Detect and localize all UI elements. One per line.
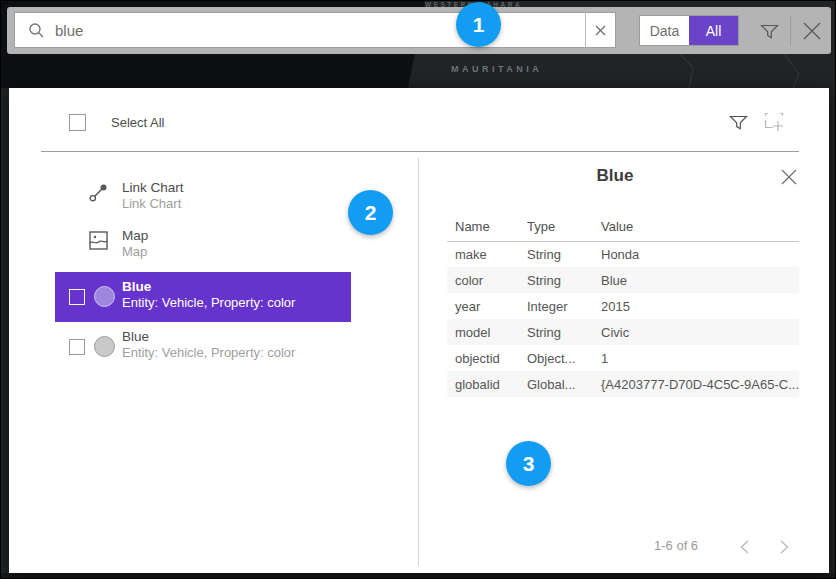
link-chart-icon: [88, 182, 109, 207]
select-all-checkbox[interactable]: [69, 114, 86, 131]
cell-value: Civic: [593, 319, 799, 345]
result-subtitle: Entity: Vehicle, Property: color: [122, 295, 351, 311]
cell-value: Honda: [593, 241, 799, 267]
column-divider: [418, 158, 419, 566]
funnel-icon: [728, 112, 749, 133]
previous-page-button[interactable]: [732, 535, 756, 559]
table-header-row: Name Type Value: [447, 219, 799, 241]
cell-name: color: [447, 267, 519, 293]
cell-value: {A4203777-D70D-4C5C-9A65-C...: [593, 371, 799, 397]
attribute-table: Name Type Value make String Honda color …: [447, 219, 799, 397]
app-window: WESTERN SAHARA MAURITANIA Data All Selec…: [0, 0, 836, 579]
cell-name: make: [447, 241, 519, 267]
result-title: Blue: [122, 329, 351, 345]
cell-type: Integer: [519, 293, 593, 319]
map-icon: [88, 230, 109, 255]
search-results-panel: Select All Link Chart Link Chart Map: [9, 88, 829, 573]
search-box[interactable]: [14, 12, 616, 48]
funnel-icon: [759, 21, 780, 42]
add-to-selection-icon: [763, 111, 785, 133]
result-item-blue-selected[interactable]: Blue Entity: Vehicle, Property: color: [55, 272, 351, 322]
clear-search-button[interactable]: [585, 12, 615, 48]
detail-close-button[interactable]: [778, 166, 800, 188]
detail-title: Blue: [418, 166, 812, 186]
filter-button[interactable]: [755, 17, 783, 45]
results-filter-button[interactable]: [725, 109, 751, 135]
callout-badge-2: 2: [348, 190, 393, 235]
cell-value: 1: [593, 345, 799, 371]
search-icon: [28, 22, 45, 39]
result-checkbox[interactable]: [69, 289, 85, 305]
callout-badge-1: 1: [456, 2, 501, 47]
table-row: make String Honda: [447, 241, 799, 267]
clear-icon: [595, 25, 606, 36]
cell-type: String: [519, 319, 593, 345]
cell-type: Global...: [519, 371, 593, 397]
next-page-button[interactable]: [772, 535, 796, 559]
result-subtitle: Link Chart: [122, 196, 351, 212]
close-icon: [802, 21, 822, 41]
pagination-label: 1-6 of 6: [654, 538, 698, 553]
result-title: Blue: [122, 279, 351, 295]
add-to-selection-button[interactable]: [761, 109, 787, 135]
table-row: globalid Global... {A4203777-D70D-4C5C-9…: [447, 371, 799, 397]
result-item-link-chart[interactable]: Link Chart Link Chart: [55, 180, 351, 214]
result-item-map[interactable]: Map Map: [55, 228, 351, 262]
column-header-value: Value: [593, 219, 799, 241]
cell-type: Object...: [519, 345, 593, 371]
entity-circle-icon: [94, 286, 115, 307]
entity-circle-icon: [94, 336, 115, 357]
result-item-blue[interactable]: Blue Entity: Vehicle, Property: color: [55, 329, 351, 365]
toggle-all-option[interactable]: All: [689, 16, 738, 45]
cell-type: String: [519, 267, 593, 293]
table-row: year Integer 2015: [447, 293, 799, 319]
toggle-data-option[interactable]: Data: [640, 16, 689, 45]
cell-name: globalid: [447, 371, 519, 397]
cell-value: 2015: [593, 293, 799, 319]
map-label-mauritania: MAURITANIA: [451, 64, 542, 74]
pagination: 1-6 of 6: [418, 534, 812, 558]
chevron-left-icon: [740, 540, 749, 554]
callout-badge-3: 3: [506, 441, 551, 486]
header-divider: [41, 151, 799, 152]
cell-name: year: [447, 293, 519, 319]
toolbar-divider: [790, 16, 791, 46]
search-input[interactable]: [55, 22, 585, 39]
scope-toggle: Data All: [639, 15, 739, 46]
search-toolbar: Data All: [7, 7, 831, 54]
column-header-type: Type: [519, 219, 593, 241]
result-checkbox[interactable]: [69, 339, 85, 355]
column-header-name: Name: [447, 219, 519, 241]
table-row: objectid Object... 1: [447, 345, 799, 371]
cell-value: Blue: [593, 267, 799, 293]
close-search-button[interactable]: [797, 17, 827, 45]
map-boundary-lines: [585, 54, 835, 88]
map-bottom-strip: [1, 573, 836, 579]
table-row: color String Blue: [447, 267, 799, 293]
close-icon: [781, 169, 797, 185]
cell-name: model: [447, 319, 519, 345]
result-title: Map: [122, 228, 351, 244]
table-row: model String Civic: [447, 319, 799, 345]
result-subtitle: Map: [122, 244, 351, 260]
chevron-right-icon: [780, 540, 789, 554]
cell-type: String: [519, 241, 593, 267]
result-subtitle: Entity: Vehicle, Property: color: [122, 345, 351, 361]
result-title: Link Chart: [122, 180, 351, 196]
select-all-label: Select All: [111, 115, 164, 130]
cell-name: objectid: [447, 345, 519, 371]
